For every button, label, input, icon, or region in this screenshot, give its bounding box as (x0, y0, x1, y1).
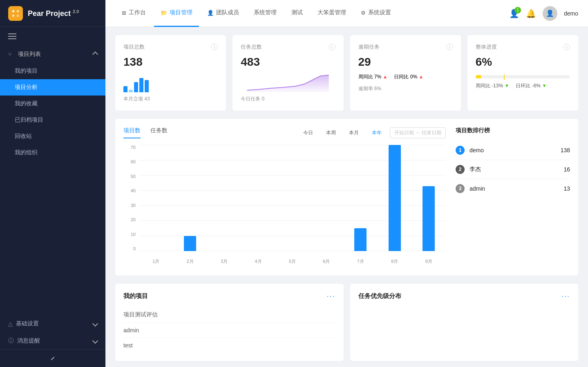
chart-filters: 今日 本周 本月 本年 开始日期 ~ 结束日期 (298, 127, 446, 138)
menu-toggle[interactable] (0, 27, 105, 46)
sidebar-logo: Pear Project 2.0 (0, 0, 105, 27)
ranking-item-2: 2 李杰 16 (456, 160, 570, 179)
filter-year[interactable]: 本年 (367, 128, 387, 138)
stat-value-total-projects: 138 (123, 56, 218, 69)
sidebar-item-my-projects[interactable]: 我的项目 (0, 63, 105, 79)
tab-task-count[interactable]: 任务数 (150, 127, 168, 138)
folder-icon: 📁 (161, 10, 167, 16)
notification-bell[interactable]: 🔔 (526, 9, 536, 18)
gear-icon: ⚙ (361, 10, 366, 16)
rank-badge-1: 1 (456, 146, 465, 155)
y-axis: 0 10 20 30 40 50 60 70 (123, 145, 136, 251)
chevron-down-icon (92, 321, 98, 327)
date-range-picker[interactable]: 开始日期 ~ 结束日期 (390, 127, 446, 138)
project-item-3: test (123, 338, 335, 353)
task-priority-more[interactable]: ··· (561, 292, 570, 300)
chart-section: 项目数 任务数 今日 本周 本月 本年 开始日期 ~ 结束日期 (115, 119, 578, 276)
info-icon-tasks[interactable]: i (329, 44, 335, 50)
info-icon-overdue[interactable]: i (446, 44, 453, 50)
chart-tabs: 项目数 任务数 (123, 127, 168, 138)
nav-project-mgmt[interactable]: 📁 项目管理 (154, 0, 199, 27)
bar-3 (134, 82, 138, 92)
sidebar-item-my-org[interactable]: 我的组织 (0, 145, 105, 161)
day-down-icon: ▼ (542, 83, 547, 89)
user-avatar[interactable]: 👤 (543, 6, 557, 21)
bar-group-9 (412, 186, 446, 251)
x-label-3: 3月 (207, 258, 241, 265)
my-projects-header: 我的项目 ··· (123, 292, 335, 300)
users-icon: 👤 (207, 10, 214, 16)
stat-card-total-projects: 项目总数 i 138 本月立项 43 (115, 35, 226, 111)
stat-footer-tasks: 今日任务 0 (241, 96, 335, 102)
tab-project-count[interactable]: 项目数 (123, 127, 141, 138)
main-content: 项目总数 i 138 本月立项 43 任务总数 i (105, 27, 588, 367)
header-nav: ⊞ 工作台 📁 项目管理 👤 团队成员 系统管理 测试 大笨蛋管理 ⚙ (115, 0, 509, 27)
x-label-5: 5月 (275, 258, 309, 265)
project-item-2: admin (123, 323, 335, 338)
svg-point-3 (17, 14, 19, 17)
x-label-8: 8月 (378, 258, 411, 265)
progress-bar-fill (476, 75, 481, 78)
filter-week[interactable]: 本周 (321, 128, 341, 138)
x-label-9: 9月 (412, 258, 446, 265)
my-projects-more[interactable]: ··· (326, 292, 335, 300)
bar-group-7 (344, 228, 378, 251)
project-list-section: ⑂ 项目列表 我的项目 项目分析 我的收藏 已归档项目 回收站 我的组织 (0, 46, 105, 161)
nav-easter-egg[interactable]: 大笨蛋管理 (311, 0, 353, 27)
x-label-7: 7月 (344, 258, 378, 265)
overdue-compare-row: 周同比 7% ▲ 日同比 0% ▲ (358, 73, 453, 80)
x-label-2: 2月 (173, 258, 207, 265)
filter-month[interactable]: 本月 (344, 128, 364, 138)
week-trend-icon: ▲ (383, 74, 388, 80)
svg-point-2 (12, 14, 15, 17)
stat-footer-projects: 本月立项 43 (123, 96, 218, 102)
progress-bar-track (476, 75, 570, 78)
sidebar-item-recycle[interactable]: 回收站 (0, 128, 105, 145)
ranking-item-1: 1 demo 138 (456, 141, 570, 160)
sidebar-item-project-analysis[interactable]: 项目分析 (0, 79, 105, 96)
sidebar-collapse-icon[interactable] (51, 357, 54, 360)
grid-area (139, 145, 446, 251)
stat-value-overdue: 29 (358, 56, 453, 69)
stat-label-total-tasks: 任务总数 (241, 43, 262, 51)
nav-settings[interactable]: ⚙ 系统设置 (354, 0, 398, 27)
chart-canvas: 0 10 20 30 40 50 60 70 (123, 145, 446, 255)
main-area: ⊞ 工作台 📁 项目管理 👤 团队成员 系统管理 测试 大笨蛋管理 ⚙ (105, 0, 588, 367)
stat-card-total-tasks: 任务总数 i 483 (233, 35, 343, 111)
bar-4 (139, 78, 143, 92)
nav-system[interactable]: 系统管理 (247, 0, 283, 27)
sidebar-item-archived[interactable]: 已归档项目 (0, 112, 105, 128)
bar-chart: 0 10 20 30 40 50 60 70 (123, 145, 446, 267)
sidebar-item-basic-settings[interactable]: △ 基础设置 (0, 315, 105, 332)
stat-label-total-projects: 项目总数 (123, 43, 145, 51)
user-badge-button[interactable]: 👤 1 (509, 9, 519, 18)
branch-icon: ⑂ (8, 51, 11, 58)
rank-name-3: admin (470, 185, 563, 192)
rank-name-2: 李杰 (470, 166, 563, 173)
nav-workbench[interactable]: ⊞ 工作台 (115, 0, 152, 27)
nav-test[interactable]: 测试 (285, 0, 309, 27)
rank-count-1: 138 (561, 147, 570, 153)
filter-today[interactable]: 今日 (298, 128, 318, 138)
user-name[interactable]: demo (564, 10, 578, 17)
section-header-project-list[interactable]: ⑂ 项目列表 (0, 46, 105, 63)
x-label-1: 1月 (139, 258, 173, 265)
sidebar-item-my-favorites[interactable]: 我的收藏 (0, 96, 105, 112)
sidebar-item-notifications[interactable]: ⓘ 消息提醒 (0, 332, 105, 349)
task-priority-chart-placeholder (358, 307, 570, 340)
progress-bar-wrapper (476, 75, 570, 79)
task-line-chart (241, 72, 335, 92)
nav-team[interactable]: 👤 团队成员 (201, 0, 246, 27)
task-priority-header: 任务优先级分布 ··· (358, 292, 570, 300)
ranking-item-3: 3 admin 13 (456, 179, 570, 198)
x-axis: 1月 2月 3月 4月 5月 6月 7月 8月 9月 (123, 258, 446, 265)
rank-name-1: demo (470, 147, 561, 153)
stat-label-overdue: 逾期任务 (358, 43, 380, 51)
progress-marker (504, 74, 505, 80)
bar-2 (129, 90, 133, 92)
stat-value-progress: 6% (476, 56, 570, 69)
info-icon-progress[interactable]: i (563, 44, 570, 50)
bar-aug (389, 145, 401, 251)
bar-group-2 (173, 236, 207, 251)
info-icon-projects[interactable]: i (211, 44, 218, 50)
